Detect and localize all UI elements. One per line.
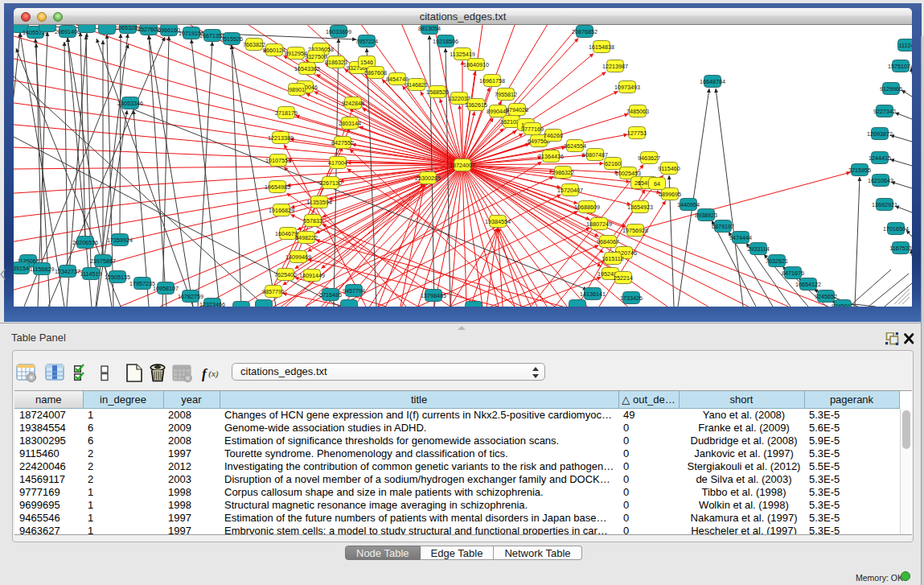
svg-text:9245012: 9245012 <box>832 303 854 307</box>
svg-text:20876852: 20876852 <box>572 28 598 35</box>
svg-text:8427552: 8427552 <box>331 139 354 146</box>
svg-text:18807249: 18807249 <box>586 220 612 228</box>
svg-text:14091449: 14091449 <box>299 272 325 279</box>
svg-text:(x): (x) <box>208 369 219 379</box>
svg-text:19654985: 19654985 <box>265 183 290 191</box>
svg-text:12323466: 12323466 <box>199 301 225 307</box>
svg-text:12213389: 12213389 <box>268 134 294 142</box>
svg-text:12213987: 12213987 <box>602 63 628 70</box>
svg-text:557833: 557833 <box>303 217 322 225</box>
svg-text:10973493: 10973493 <box>614 84 640 91</box>
svg-text:9245652: 9245652 <box>815 293 837 300</box>
svg-text:417004: 417004 <box>328 159 347 167</box>
svg-text:16782759: 16782759 <box>178 293 203 300</box>
svg-text:11156829: 11156829 <box>30 266 55 273</box>
svg-text:9684067: 9684067 <box>597 238 619 245</box>
svg-text:7957224: 7957224 <box>355 38 378 45</box>
svg-text:98901: 98901 <box>289 86 305 93</box>
svg-text:12342737: 12342737 <box>55 268 80 275</box>
svg-text:10025453: 10025453 <box>615 170 641 177</box>
svg-text:39154: 39154 <box>14 265 29 272</box>
svg-text:f: f <box>202 366 208 381</box>
svg-text:2933114: 2933114 <box>747 245 769 253</box>
svg-text:9327509: 9327509 <box>305 53 327 60</box>
svg-text:252214: 252214 <box>614 274 633 282</box>
svg-text:18640910: 18640910 <box>463 61 489 68</box>
svg-text:7663822: 7663822 <box>243 41 265 48</box>
svg-text:8813054: 8813054 <box>418 25 441 32</box>
svg-text:17359924: 17359924 <box>107 237 133 244</box>
svg-text:25300285: 25300285 <box>415 175 441 182</box>
svg-text:19166829: 19166829 <box>269 207 294 214</box>
svg-text:3267130: 3267130 <box>319 179 342 187</box>
svg-text:13798485: 13798485 <box>421 292 446 299</box>
svg-text:7485063: 7485063 <box>626 108 649 115</box>
svg-text:1733426: 1733426 <box>620 295 643 302</box>
svg-text:1167533: 1167533 <box>889 245 911 252</box>
svg-text:18724007: 18724007 <box>450 162 475 169</box>
svg-text:15720407: 15720407 <box>557 187 583 194</box>
svg-text:7986322: 7986322 <box>552 169 574 176</box>
svg-text:15751074: 15751074 <box>888 63 912 70</box>
svg-text:1362615: 1362615 <box>465 101 487 109</box>
svg-text:21364436: 21364436 <box>538 153 564 160</box>
svg-text:9129966: 9129966 <box>880 85 902 93</box>
svg-text:7625402: 7625402 <box>274 271 297 278</box>
svg-text:16961758: 16961758 <box>479 77 505 84</box>
svg-text:16648784: 16648784 <box>700 78 725 85</box>
svg-text:62160: 62160 <box>605 160 621 167</box>
svg-text:1588520: 1588520 <box>426 89 449 96</box>
svg-text:9242848: 9242848 <box>342 100 364 107</box>
svg-text:16033809: 16033809 <box>326 28 351 35</box>
svg-text:6794028: 6794028 <box>506 106 528 113</box>
svg-text:2803144: 2803144 <box>339 120 361 127</box>
svg-text:11124: 11124 <box>899 42 912 49</box>
svg-text:7515526: 7515526 <box>220 35 243 43</box>
svg-text:1244415: 1244415 <box>869 154 891 162</box>
svg-text:20691406: 20691406 <box>55 28 80 35</box>
svg-text:6879197: 6879197 <box>712 223 734 230</box>
svg-text:127753: 127753 <box>627 130 647 137</box>
svg-text:16154838: 16154838 <box>589 43 614 51</box>
svg-text:14136141: 14136141 <box>580 290 606 298</box>
svg-text:9227342: 9227342 <box>873 108 896 115</box>
svg-text:8186323: 8186323 <box>325 59 347 66</box>
svg-text:3624554: 3624554 <box>564 142 586 150</box>
svg-text:746266: 746266 <box>544 132 563 139</box>
svg-text:8938923: 8938923 <box>695 212 717 219</box>
svg-text:7632621: 7632621 <box>766 257 788 265</box>
svg-text:14099469: 14099469 <box>285 253 311 261</box>
svg-text:9146821: 9146821 <box>405 81 428 89</box>
svg-text:17957235: 17957235 <box>129 280 155 287</box>
svg-text:8912954: 8912954 <box>285 50 307 57</box>
svg-text:19756928: 19756928 <box>622 227 648 234</box>
svg-text:9115460: 9115460 <box>658 165 680 172</box>
svg-text:8471676: 8471676 <box>782 270 804 277</box>
svg-text:9777169: 9777169 <box>521 126 544 133</box>
svg-text:11353594: 11353594 <box>306 199 331 206</box>
svg-text:8660124: 8660124 <box>263 47 285 54</box>
svg-text:19384554: 19384554 <box>485 218 511 225</box>
svg-text:28053346: 28053346 <box>117 100 143 107</box>
svg-text:5498222: 5498222 <box>295 234 318 241</box>
svg-text:1546: 1546 <box>360 59 373 66</box>
svg-text:6966160: 6966160 <box>158 27 180 34</box>
svg-text:9457794: 9457794 <box>343 287 365 295</box>
svg-text:64: 64 <box>654 180 660 187</box>
svg-text:2718176: 2718176 <box>275 109 298 117</box>
svg-text:10107553: 10107553 <box>265 157 291 164</box>
svg-text:1615112: 1615112 <box>602 255 623 262</box>
svg-text:10688609: 10688609 <box>574 204 600 211</box>
svg-text:17016504: 17016504 <box>883 225 909 233</box>
svg-text:2867608: 2867608 <box>364 69 387 76</box>
svg-text:12093872: 12093872 <box>867 130 893 138</box>
svg-text:23975867: 23975867 <box>90 257 116 265</box>
svg-text:9474444: 9474444 <box>729 234 752 241</box>
svg-text:19218506: 19218506 <box>433 38 458 45</box>
svg-text:20206536: 20206536 <box>72 239 98 246</box>
svg-text:9463627: 9463627 <box>638 154 660 162</box>
svg-text:5716485: 5716485 <box>319 291 342 299</box>
svg-text:9857791: 9857791 <box>262 288 285 295</box>
svg-text:16210643: 16210643 <box>868 177 893 184</box>
svg-text:12505135: 12505135 <box>105 274 130 281</box>
